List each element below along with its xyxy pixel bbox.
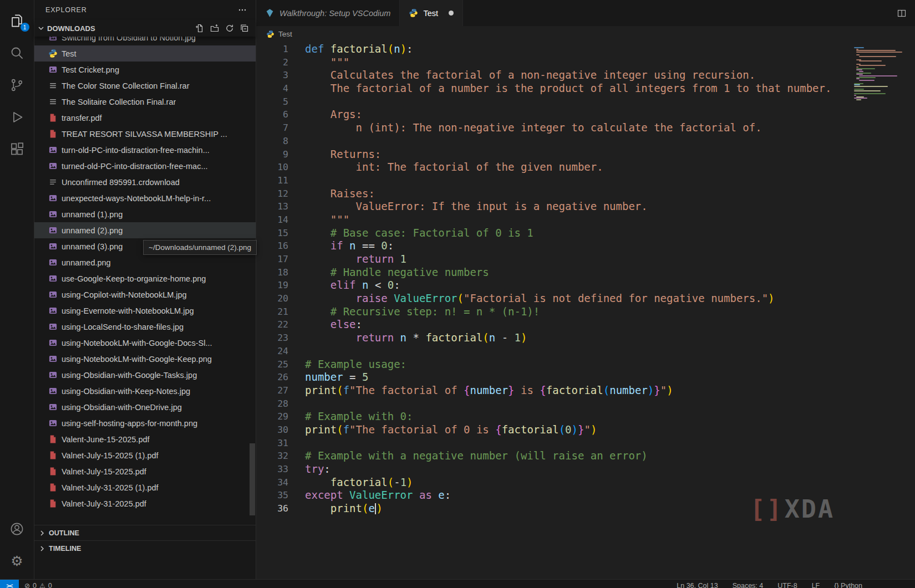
pdf-icon	[48, 129, 58, 139]
code-line[interactable]: 12 Raises:	[256, 187, 915, 201]
file-row[interactable]: using-Obsidian-with-OneDrive.jpg	[34, 399, 256, 415]
code-line[interactable]: 14 """	[256, 213, 915, 227]
code-line[interactable]: 33try:	[256, 463, 915, 476]
status-indentation[interactable]: Spaces: 4	[733, 582, 764, 588]
code-line[interactable]: 26number = 5	[256, 371, 915, 384]
file-row[interactable]: using-Evernote-with-NotebookLM.jpg	[34, 303, 256, 319]
activity-run-debug[interactable]	[0, 101, 34, 133]
code-line[interactable]: 13 ValueError: If the input is a negativ…	[256, 200, 915, 213]
file-row[interactable]: Test Cricket.png	[34, 62, 256, 78]
file-row[interactable]: using-Copilot-with-NotebookLM.jpg	[34, 287, 256, 303]
code-line[interactable]: 28	[256, 397, 915, 411]
file-row[interactable]: transfer.pdf	[34, 110, 256, 126]
status-cursor-position[interactable]: Ln 36, Col 13	[677, 582, 718, 588]
file-row[interactable]: using-self-hosting-apps-for-month.png	[34, 415, 256, 431]
split-editor-icon[interactable]	[897, 9, 906, 18]
new-file-icon[interactable]	[195, 24, 204, 33]
downloads-section-header[interactable]: DOWNLOADS	[34, 20, 256, 37]
line-number: 26	[256, 371, 288, 384]
remote-indicator[interactable]: ><	[0, 580, 19, 588]
code-line[interactable]: 27print(f"The factorial of {number} is {…	[256, 384, 915, 397]
code-line[interactable]: 30print(f"The factorial of 0 is {factori…	[256, 423, 915, 437]
file-row[interactable]: use-Google-Keep-to-organize-home.png	[34, 270, 256, 287]
file-row[interactable]: TREAT RESORT SILVASSA MEMBERSHIP ...	[34, 126, 256, 142]
file-row[interactable]: The Solitaire Collection Final.rar	[34, 94, 256, 110]
code-line[interactable]: 9 Returns:	[256, 148, 915, 161]
code-line[interactable]: 29# Example with 0:	[256, 410, 915, 423]
activity-search[interactable]	[0, 37, 34, 69]
breadcrumb[interactable]: Test	[256, 26, 915, 42]
more-actions-icon[interactable]	[238, 6, 247, 14]
file-row[interactable]: using-NotebookLM-with-Google-Docs-Sl...	[34, 335, 256, 351]
code-line[interactable]: 5	[256, 95, 915, 109]
file-row[interactable]: turned-old-PC-into-distraction-free-mac.…	[34, 158, 256, 174]
collapse-all-icon[interactable]	[240, 24, 249, 33]
code-line[interactable]: 16 if n == 0:	[256, 239, 915, 253]
code-line[interactable]: 1def factorial(n):	[256, 43, 915, 56]
file-row[interactable]: unnamed (2).png	[34, 222, 256, 238]
tab-bar: Walkthrough: Setup VSCodiumTest	[256, 0, 915, 26]
code-line[interactable]: 17 return 1	[256, 253, 915, 266]
sidebar-scrollbar[interactable]	[250, 443, 255, 515]
status-encoding[interactable]: UTF-8	[777, 582, 797, 588]
line-number: 22	[256, 318, 288, 331]
file-row[interactable]: using-LocalSend-to-share-files.jpg	[34, 319, 256, 335]
code-line[interactable]: 15 # Base case: Factorial of 0 is 1	[256, 227, 915, 240]
code-line[interactable]: 18 # Handle negative numbers	[256, 266, 915, 279]
code-editor[interactable]: 1def factorial(n):2 """3 Calculates the …	[256, 42, 915, 579]
code-line[interactable]: 11	[256, 174, 915, 187]
new-folder-icon[interactable]	[210, 24, 219, 33]
code-line[interactable]: 31	[256, 437, 915, 450]
code-line[interactable]: 23 return n * factorial(n - 1)	[256, 331, 915, 345]
sidebar-section-outline[interactable]: OUTLINE	[34, 525, 256, 540]
code-line[interactable]: 21 # Recursive step: n! = n * (n-1)!	[256, 305, 915, 319]
code-line[interactable]: 25# Example usage:	[256, 358, 915, 371]
code-line[interactable]: 32# Example with a negative number (will…	[256, 449, 915, 463]
file-row[interactable]: The Color Stone Collection Final.rar	[34, 78, 256, 94]
refresh-icon[interactable]	[225, 24, 234, 33]
file-row[interactable]: Valent-June-15-2025.pdf	[34, 431, 256, 447]
code-text: # Example with a negative number (will r…	[305, 449, 648, 463]
code-line[interactable]: 10 int: The factorial of the given numbe…	[256, 161, 915, 174]
status-language[interactable]: {} Python	[834, 582, 862, 588]
file-row[interactable]: using-Obsidian-with-Keep-Notes.jpg	[34, 383, 256, 399]
problems-status[interactable]: ⊘ 0 ⚠ 0	[24, 582, 52, 588]
file-row[interactable]: Unconfirmed 895991.crdownload	[34, 174, 256, 190]
activity-explorer[interactable]: 1	[0, 4, 34, 37]
activity-extensions[interactable]	[0, 133, 34, 165]
code-line[interactable]: 7 n (int): The non-negative integer to c…	[256, 121, 915, 135]
activity-account[interactable]	[0, 513, 34, 545]
code-line[interactable]: 4 The factorial of a number is the produ…	[256, 82, 915, 95]
code-line[interactable]: 20 raise ValueError("Factorial is not de…	[256, 292, 915, 305]
activity-settings[interactable]: ⚙	[0, 545, 34, 577]
code-line[interactable]: 34 factorial(-1)	[256, 476, 915, 489]
code-line[interactable]: 2 """	[256, 56, 915, 69]
file-row[interactable]: unnamed (1).png	[34, 206, 256, 222]
minimap[interactable]	[854, 47, 907, 101]
file-row[interactable]: Valnet-July-31-2025 (1).pdf	[34, 479, 256, 495]
code-line[interactable]: 24	[256, 345, 915, 358]
file-row[interactable]: unnamed.png	[34, 254, 256, 270]
code-text: except ValueError as e:	[305, 489, 451, 502]
status-bar-inner: >< ⊘ 0 ⚠ 0 Ln 36, Col 13Spaces: 4UTF-8LF…	[0, 579, 915, 588]
image-icon	[48, 209, 58, 219]
sidebar-section-timeline[interactable]: TIMELINE	[34, 540, 256, 556]
file-row[interactable]: Switching from Obsidian to Notion.jpg	[34, 37, 256, 45]
code-line[interactable]: 19 elif n < 0:	[256, 279, 915, 292]
file-row[interactable]: Valnet-July-31-2025.pdf	[34, 495, 256, 512]
code-line[interactable]: 8	[256, 135, 915, 148]
activity-source-control[interactable]	[0, 69, 34, 101]
file-row[interactable]: Valnet-July-15-2025.pdf	[34, 463, 256, 479]
code-line[interactable]: 6 Args:	[256, 108, 915, 121]
file-row[interactable]: Valnet-July-15-2025 (1).pdf	[34, 447, 256, 463]
status-eol[interactable]: LF	[812, 582, 820, 588]
code-line[interactable]: 22 else:	[256, 318, 915, 331]
tab-walkthrough-setup-vscodium[interactable]: Walkthrough: Setup VSCodium	[256, 0, 400, 26]
tab-test[interactable]: Test	[400, 0, 463, 26]
file-row[interactable]: Test	[34, 45, 256, 62]
file-row[interactable]: using-Obsidian-with-Google-Tasks.jpg	[34, 367, 256, 383]
file-row[interactable]: using-NotebookLM-with-Google-Keep.png	[34, 351, 256, 367]
file-row[interactable]: unexpected-ways-NotebookLM-help-in-r...	[34, 190, 256, 206]
code-line[interactable]: 3 Calculates the factorial of a non-nega…	[256, 69, 915, 82]
file-row[interactable]: turn-old-PC-into-distraction-free-machin…	[34, 142, 256, 158]
